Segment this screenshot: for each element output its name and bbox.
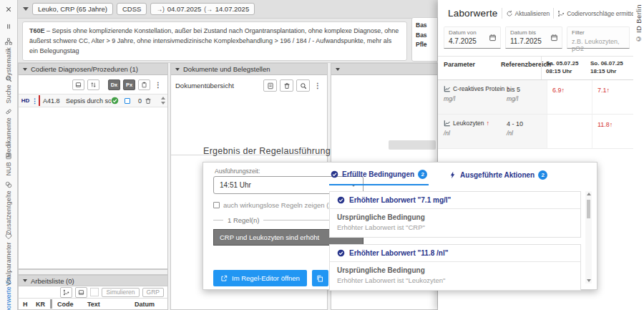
calendar-icon[interactable] (550, 34, 558, 42)
dx-filter-toggle[interactable]: Dx (108, 79, 120, 90)
column-header-kr[interactable]: KR (36, 301, 50, 308)
more-icon[interactable]: ⋮ (313, 82, 323, 89)
lab-row-leukocytes[interactable]: Leukozyten ↑ /nl 4 - 10 /nl 11.8↑ (438, 115, 633, 149)
filter-input[interactable]: Filter z.B. Leukozyten, pO2 (567, 26, 630, 49)
condition-card-body: Ursprüngliche Bedingung Erhöhter Laborwe… (330, 209, 580, 237)
selection-checkbox[interactable] (125, 98, 130, 104)
diagnosis-row[interactable]: HD ⋮ A41.8 Sepsis durch son... 0 (19, 94, 167, 107)
parameter-name: C-reaktives Protein (453, 85, 504, 92)
drg-result-card: T60E – Sepsis ohne komplizierende Konste… (22, 21, 407, 61)
condition-card-header: Erhöhter Laborwert "11.8 /nl" (330, 245, 580, 262)
card-view-icon (75, 82, 82, 88)
refresh-button[interactable]: Aktualisieren (506, 10, 550, 17)
worklist-header[interactable]: Arbeitsliste (0) (18, 275, 168, 286)
column-saturday[interactable]: Sa. 05.07.25 08:15 Uhr (541, 57, 586, 79)
column-header-h[interactable]: H (23, 301, 36, 308)
chart-line-icon[interactable] (444, 120, 451, 127)
lab-value-sat[interactable] (547, 115, 592, 148)
horizontal-scrollbar[interactable] (389, 140, 436, 150)
stay-dates-chip[interactable]: →) 04.07.2025 (→ 14.07.2025 (150, 3, 255, 15)
lab-value-sun[interactable]: 11.8↑ (592, 115, 633, 148)
blank-toggle[interactable] (90, 288, 99, 296)
row-scrollbar[interactable] (161, 97, 166, 105)
open-rule-editor-button[interactable]: Im Regel-Editor öffnen (213, 270, 307, 286)
drg-text: – Sepsis ohne komplizierende Konstellati… (29, 27, 399, 54)
delete-document-button[interactable] (280, 79, 293, 92)
px-filter-toggle[interactable]: Px (123, 79, 135, 90)
parameter-name: Leukozyten (453, 120, 484, 127)
right-edge-strip (633, 0, 644, 310)
dialog-scrollbar[interactable] (585, 191, 592, 284)
search-document-button[interactable] (296, 79, 310, 92)
checkbox[interactable] (213, 202, 220, 208)
panel-scrollbar[interactable] (18, 269, 168, 275)
condition-title: Erhöhter Laborwert "7.1 mg/l" (349, 196, 451, 204)
tab-badge: 2 (418, 170, 427, 179)
lab-value-sat[interactable]: 6.9↑ (547, 80, 592, 114)
sort-button[interactable] (87, 79, 99, 90)
chevron-down-icon[interactable] (23, 7, 29, 11)
column-parameter[interactable]: Parameter (438, 57, 501, 79)
scroll-down-icon[interactable] (587, 279, 591, 282)
simulate-button[interactable]: Simulieren (102, 288, 139, 297)
column-reference[interactable]: Referenzbereich (501, 57, 541, 79)
card-view-button[interactable] (75, 287, 87, 298)
column-header-text[interactable]: Text (87, 301, 135, 308)
coding-suggestions-button[interactable]: Codiervorschläge ermitteln (557, 10, 639, 17)
chevron-down-icon (23, 279, 27, 282)
date-from-field[interactable]: Datum von 4.7.2025 (444, 26, 501, 49)
grouping-icon (63, 289, 69, 296)
column-divider[interactable] (50, 299, 52, 309)
check-circle-icon (337, 196, 345, 204)
date-to-field[interactable]: Datum bis 11.7.2025 (505, 26, 562, 49)
sidebar-item-label: Systematik (5, 47, 12, 80)
clipped-line: Bas (416, 21, 434, 31)
clipboard-button[interactable] (138, 79, 150, 90)
delete-button[interactable] (145, 97, 152, 105)
tab-fulfilled-conditions[interactable]: Erfüllte Bedingungen 2 (329, 170, 429, 185)
scroll-up-icon[interactable] (587, 193, 591, 195)
reference-range: bis 5 (507, 86, 547, 93)
rule-name: CRP und Leukozyten sind erhöht (220, 233, 319, 241)
lab-filter-row: Datum von 4.7.2025 Datum bis 11.7.2025 F… (438, 24, 633, 56)
rule-dialog-title: Ergebnis der Regelausführung (203, 146, 331, 156)
coded-diagnoses-header[interactable]: Codierte Diagnosen/Prozeduren (1) (19, 64, 167, 75)
icd-code: A41.8 (43, 97, 66, 105)
cdss-chip[interactable]: CDSS (117, 3, 147, 15)
scrollbar-thumb[interactable] (587, 200, 590, 218)
patient-chip[interactable]: Leuko, CRP (65 Jahre) (32, 3, 113, 15)
reference-unit: /nl (507, 130, 547, 137)
lab-row-crp[interactable]: C-reaktives Protein ↑ mg/l bis 5 mg/l 6.… (438, 80, 633, 115)
documents-header[interactable]: Dokumente und Belegstellen (171, 64, 327, 75)
parameter-unit: /nl (444, 130, 507, 137)
main-diagnosis-badge: HD (20, 97, 31, 104)
diagnosis-text: Sepsis durch son... (66, 97, 111, 105)
sidebar-item-vitalparameter[interactable]: Vitalparameter (0, 230, 18, 274)
column-sunday[interactable]: So. 06.07.25 18:15 Uhr (586, 57, 628, 79)
close-icon[interactable] (0, 2, 18, 16)
collapsed-panel-header[interactable] (331, 64, 437, 75)
sidebar-item-medikamente[interactable]: Medikamente (0, 105, 18, 150)
trend-up-arrow: ↑ (486, 120, 489, 127)
calendar-icon[interactable] (489, 34, 497, 42)
row-more-icon[interactable]: ⋮ (31, 97, 39, 105)
sidebar-item-systematik[interactable]: Systematik (0, 35, 18, 72)
lab-row-label-area: C-reaktives Protein ↑ mg/l bis 5 mg/l (438, 80, 547, 114)
collapse-panel-icon[interactable] (0, 19, 18, 34)
group-button[interactable] (60, 287, 72, 298)
column-header-datum[interactable]: Datum (135, 301, 163, 308)
condition-card: Erhöhter Laborwert "11.8 /nl" Ursprüngli… (329, 244, 581, 291)
column-header-code[interactable]: Code (57, 301, 87, 308)
condition-title: Erhöhter Laborwert "11.8 /nl" (349, 249, 448, 257)
more-icon[interactable]: ⋮ (153, 81, 163, 89)
card-view-button[interactable] (72, 79, 84, 90)
grp-button[interactable]: GRP (142, 288, 164, 297)
px-label: Px (126, 82, 132, 88)
lab-value-sun[interactable]: 7.1↑ (592, 80, 633, 114)
sidebar-item-zusatzentgelte[interactable]: Zusatzentgelte (0, 178, 18, 230)
severity-marker (39, 95, 40, 106)
chart-line-icon[interactable] (444, 85, 451, 92)
new-document-button[interactable] (263, 79, 277, 92)
check-circle-icon (331, 170, 338, 178)
tab-executed-actions[interactable]: Ausgeführte Aktionen 2 (447, 170, 549, 185)
